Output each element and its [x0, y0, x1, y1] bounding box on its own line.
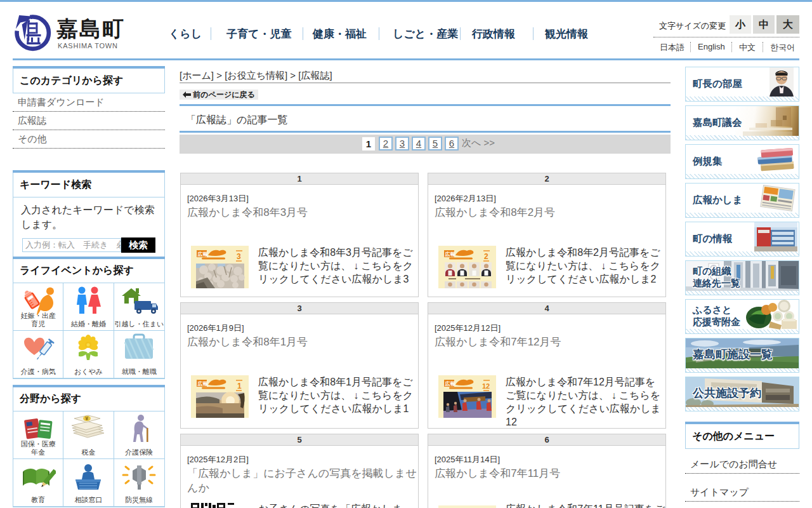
svg-text:広報: 広報	[445, 380, 456, 387]
svg-text:12: 12	[482, 382, 490, 390]
svg-text:2: 2	[484, 252, 488, 261]
svg-text:広報: 広報	[445, 251, 456, 257]
svg-text:広報: 広報	[197, 251, 209, 257]
svg-text:¥: ¥	[86, 415, 89, 422]
svg-text:広報: 広報	[197, 380, 209, 387]
svg-text:3: 3	[237, 252, 241, 261]
svg-text:1: 1	[237, 382, 242, 391]
